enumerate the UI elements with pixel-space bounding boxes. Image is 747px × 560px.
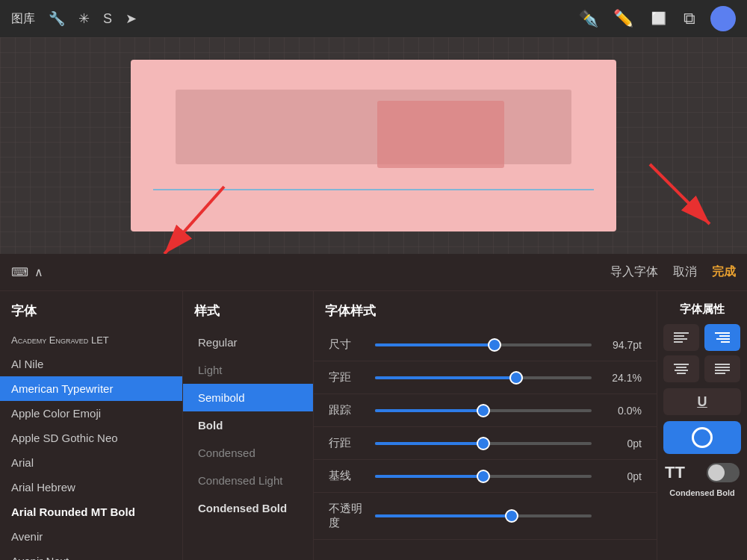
font-item-alnile[interactable]: Al Nile: [0, 352, 182, 376]
avatar[interactable]: [710, 6, 736, 31]
svg-line-1: [650, 164, 710, 224]
baseline-label: 基线: [329, 469, 366, 483]
style-bold[interactable]: Bold: [183, 411, 313, 439]
svg-rect-7: [674, 341, 683, 343]
tracking-row: 字距 24.1%: [314, 361, 657, 394]
tracking-value: 24.1%: [601, 372, 642, 384]
svg-rect-13: [676, 367, 686, 368]
size-slider[interactable]: [375, 343, 592, 346]
attributes-header: 字体属性: [663, 299, 741, 324]
wrench-icon[interactable]: 🔧: [49, 10, 65, 27]
style-condensed-bold[interactable]: Condensed Bold: [183, 494, 313, 522]
pencil-icon[interactable]: ✏️: [613, 9, 633, 28]
tracking-slider[interactable]: [375, 376, 592, 379]
svg-rect-8: [715, 332, 730, 334]
alignment-buttons: [663, 324, 741, 382]
svg-rect-16: [715, 364, 730, 365]
keyboard-icon: ⌨: [11, 265, 28, 279]
layer-icon[interactable]: S: [103, 11, 112, 27]
import-font-button[interactable]: 导入字体: [610, 264, 658, 280]
panel-toolbar: ⌨ ∧ 导入字体 取消 完成: [0, 254, 747, 291]
eraser-icon[interactable]: ◻️: [648, 9, 669, 28]
align-center-button[interactable]: [663, 355, 699, 382]
tt-label: TT: [665, 463, 685, 482]
svg-rect-4: [674, 332, 689, 334]
style-semibold[interactable]: Semibold: [183, 384, 313, 411]
font-column-header: 字体: [0, 299, 182, 329]
style-list-column: 样式 Regular Light Semibold Bold Condensed…: [183, 291, 314, 560]
toolbar-right: ✒️ ✏️ ◻️ ⧉: [578, 6, 736, 31]
font-item-arial[interactable]: Arial: [0, 450, 182, 475]
size-value: 94.7pt: [601, 339, 642, 351]
opacity-row: 不透明度: [314, 493, 657, 540]
style-condensed[interactable]: Condensed: [183, 439, 313, 467]
underline-label: U: [698, 394, 707, 410]
style-condensed-light[interactable]: Condensed Light: [183, 467, 313, 494]
kern-row: 跟踪 0.0%: [314, 394, 657, 427]
kern-slider[interactable]: [375, 409, 592, 412]
layers-icon[interactable]: ⧉: [684, 9, 695, 28]
underline-button[interactable]: U: [663, 388, 741, 415]
baseline-row: 基线 0pt: [314, 460, 657, 493]
svg-rect-19: [715, 373, 725, 374]
font-item-american-typewriter[interactable]: American Typewriter: [0, 376, 182, 401]
canvas-content: [131, 60, 616, 231]
svg-rect-18: [715, 370, 730, 371]
leading-slider[interactable]: [375, 442, 592, 445]
circle-icon: [692, 427, 713, 448]
outline-button[interactable]: [663, 421, 741, 454]
font-item-avenir[interactable]: Avenir: [0, 524, 182, 549]
tt-row: TT: [663, 460, 741, 485]
font-item-avenir-next[interactable]: Avenir Next: [0, 549, 182, 560]
svg-rect-17: [715, 367, 730, 368]
style-light[interactable]: Light: [183, 356, 313, 384]
leading-value: 0pt: [601, 438, 642, 449]
font-item-arial-rounded[interactable]: Arial Rounded MT Bold: [0, 500, 182, 524]
align-justify-button[interactable]: [704, 355, 740, 382]
cancel-button[interactable]: 取消: [673, 264, 697, 280]
canvas-inner-rect: [176, 90, 571, 164]
kern-label: 跟踪: [329, 403, 366, 417]
leading-row: 行距 0pt: [314, 427, 657, 460]
chevron-up-icon: ∧: [34, 265, 43, 279]
pen-icon[interactable]: ✒️: [578, 9, 598, 28]
align-right-button[interactable]: [704, 324, 740, 351]
svg-rect-15: [677, 373, 686, 374]
font-list-column: 字体 Academy Engraved LET Al Nile American…: [0, 291, 183, 560]
font-item-arial-hebrew[interactable]: Arial Hebrew: [0, 475, 182, 500]
bottom-panel: ⌨ ∧ 导入字体 取消 完成 字体 Academy Engraved LET A…: [0, 254, 747, 560]
baseline-slider[interactable]: [375, 475, 592, 478]
attributes-column: 字体属性 U: [657, 291, 747, 560]
svg-rect-6: [674, 338, 687, 340]
canvas-area: [0, 37, 747, 254]
toggle-thumb: [708, 464, 725, 481]
canvas-pink-box: [377, 101, 504, 168]
kern-value: 0.0%: [601, 405, 642, 417]
style-regular[interactable]: Regular: [183, 329, 313, 356]
selection-icon[interactable]: ➤: [125, 10, 137, 27]
size-row: 尺寸 94.7pt: [314, 329, 657, 361]
opacity-label: 不透明度: [329, 502, 366, 530]
svg-rect-5: [674, 335, 684, 337]
top-toolbar: 图库 🔧 ✳ S ➤ ✒️ ✏️ ◻️ ⧉: [0, 0, 747, 37]
svg-rect-12: [674, 364, 689, 365]
style-column-header: 样式: [183, 299, 313, 329]
done-button[interactable]: 完成: [712, 264, 736, 280]
toolbar-left: 图库 🔧 ✳ S ➤: [11, 10, 137, 27]
gallery-button[interactable]: 图库: [11, 11, 35, 27]
font-item-academy[interactable]: Academy Engraved LET: [0, 329, 182, 352]
keyboard-toggle[interactable]: ⌨ ∧: [11, 265, 43, 279]
opacity-slider[interactable]: [375, 514, 592, 517]
typography-column-header: 字体样式: [314, 299, 657, 329]
baseline-value: 0pt: [601, 470, 642, 482]
tt-toggle[interactable]: [707, 463, 740, 482]
align-left-button[interactable]: [663, 324, 699, 351]
columns: 字体 Academy Engraved LET Al Nile American…: [0, 291, 747, 560]
font-item-apple-emoji[interactable]: Apple Color Emoji: [0, 401, 182, 426]
svg-rect-11: [721, 341, 730, 343]
font-item-apple-gothic[interactable]: Apple SD Gothic Neo: [0, 426, 182, 450]
transform-icon[interactable]: ✳: [78, 10, 90, 27]
panel-actions: 导入字体 取消 完成: [610, 264, 736, 280]
red-arrow-right: [635, 149, 725, 239]
size-label: 尺寸: [329, 337, 366, 352]
